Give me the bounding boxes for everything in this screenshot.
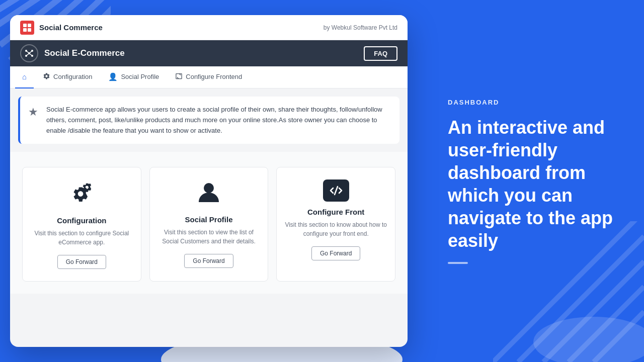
social-profile-icon [196,179,221,209]
config-tab-icon [43,72,50,81]
tab-social-profile-label: Social Profile [121,73,159,80]
logo-icon [23,23,32,32]
svg-line-23 [26,53,29,56]
person-icon [196,179,221,205]
social-profile-go-forward-button[interactable]: Go Forward [184,254,233,268]
social-profile-card-title: Social Profile [185,215,232,224]
right-panel: DASHBOARD An interactive and user-friend… [423,0,644,362]
config-card-desc: Visit this section to configure Social e… [31,229,133,247]
svg-rect-14 [23,28,27,32]
network-icon [24,48,34,58]
nav-title: Social E-Commerce [44,48,125,58]
tab-bar: ⌂ Configuration 👤 Social Profile Configu… [10,66,408,88]
frontend-tab-icon [175,72,183,81]
main-heading: An interactive and user-friendly dashboa… [448,116,619,252]
svg-rect-15 [28,28,31,32]
tab-configure-frontend-label: Configure Frontend [186,73,242,80]
svg-rect-12 [23,24,27,27]
svg-rect-13 [28,24,31,27]
dark-nav: Social E-Commerce FAQ [10,40,408,66]
info-text: Social E-commerce app allows your users … [46,105,389,136]
code-badge [323,179,349,202]
nav-icon-circle [20,44,38,62]
info-box: ★ Social E-commerce app allows your user… [18,97,399,144]
app-header: Social Commerce by Webkul Software Pvt L… [10,15,408,40]
gears-icon [68,179,95,206]
app-title: Social Commerce [39,23,103,32]
tab-social-profile[interactable]: 👤 Social Profile [101,66,166,88]
heading-divider [448,262,468,264]
svg-line-26 [335,187,338,195]
svg-line-24 [29,53,32,56]
social-profile-card-desc: Visit this section to view the list of S… [158,228,260,246]
config-card-title: Configuration [57,216,106,225]
svg-line-22 [29,51,32,53]
app-subtitle: by Webkul Software Pvt Ltd [324,24,397,31]
configuration-card: Configuration Visit this section to conf… [22,167,141,282]
home-icon: ⌂ [22,72,27,81]
tab-configure-frontend[interactable]: Configure Frontend [168,66,249,88]
dark-nav-left: Social E-Commerce [20,44,125,62]
svg-point-25 [204,183,214,193]
tab-configuration[interactable]: Configuration [36,66,99,88]
config-go-forward-button[interactable]: Go Forward [57,255,106,269]
app-logo [20,21,34,35]
svg-line-21 [26,51,29,53]
configure-front-card-title: Configure Front [307,208,364,216]
configure-front-go-forward-button[interactable]: Go Forward [311,246,360,260]
config-card-icon [68,179,95,210]
faq-button[interactable]: FAQ [364,46,397,61]
tab-configuration-label: Configuration [53,73,92,80]
code-icon [329,184,343,198]
star-icon: ★ [28,106,38,119]
header-left: Social Commerce [20,21,103,35]
tab-home[interactable]: ⌂ [15,66,34,88]
app-window: Social Commerce by Webkul Software Pvt L… [10,15,408,347]
dashboard-label: DASHBOARD [448,99,619,106]
configure-front-card-desc: Visit this section to know about how to … [285,220,387,238]
social-profile-card: Social Profile Visit this section to vie… [149,167,269,282]
person-tab-icon: 👤 [108,72,118,81]
cards-section: Configuration Visit this section to conf… [10,152,408,294]
configure-front-card: Configure Front Visit this section to kn… [276,167,395,282]
